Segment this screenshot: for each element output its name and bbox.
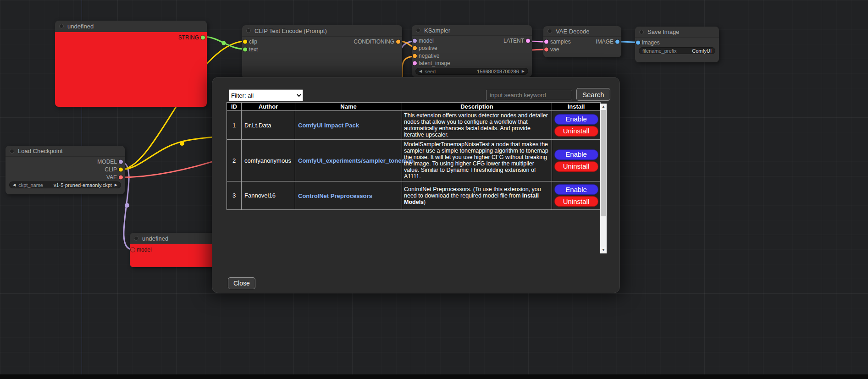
link-wire-string [203, 37, 244, 49]
uninstall-button[interactable]: Uninstall [554, 161, 598, 172]
extension-id: 2 [227, 140, 242, 181]
search-button[interactable]: Search [576, 88, 610, 101]
extension-id: 1 [227, 111, 242, 140]
scroll-up-icon[interactable]: ▲ [600, 104, 607, 110]
extension-author: Fannovel16 [242, 181, 295, 210]
scrollbar-thumb[interactable] [601, 110, 606, 216]
node-load-checkpoint[interactable]: Load Checkpoint MODEL CLIP VAE ◀ ckpt_na… [6, 146, 125, 194]
extension-description: This extension offers various detector n… [402, 111, 552, 140]
output-slot-label: LATENT [503, 38, 524, 44]
link-midpoint-dot[interactable] [222, 41, 226, 45]
link-midpoint-dot[interactable] [180, 141, 184, 146]
decrement-arrow-icon[interactable]: ◀ [13, 181, 16, 188]
node-title-label: KSampler [424, 27, 450, 34]
widget-value: 156680208700286 [477, 69, 519, 74]
widget-name: filename_prefix [642, 48, 677, 54]
node-title-bar[interactable]: undefined [55, 21, 207, 32]
node-title-bar[interactable]: Save Image [635, 27, 719, 38]
link-midpoint-dot[interactable] [125, 203, 129, 208]
collapse-dot[interactable] [639, 30, 644, 34]
output-slot-label: MODEL [97, 159, 117, 165]
collapse-dot[interactable] [134, 236, 138, 241]
widget-name: ckpt_name [18, 182, 43, 188]
output-slot-latent[interactable] [526, 38, 530, 43]
node-title-label: undefined [142, 235, 168, 242]
output-slot-label: CLIP [105, 166, 117, 173]
collapse-dot[interactable] [59, 24, 64, 28]
extension-row: 3Fannovel16ControlNet PreprocessorsContr… [227, 181, 601, 210]
node-title-label: CLIP Text Encode (Prompt) [254, 27, 327, 34]
output-slot-clip[interactable] [119, 167, 123, 171]
input-slot-negative[interactable] [413, 54, 417, 58]
output-slot-model[interactable] [119, 159, 123, 164]
column-header-description: Description [402, 103, 552, 111]
input-slot-images[interactable] [636, 40, 640, 44]
extension-description: ControlNet Preprocessors. (To use this e… [402, 181, 552, 210]
filter-select[interactable]: Filter: all [229, 89, 303, 101]
uninstall-button[interactable]: Uninstall [554, 196, 598, 207]
input-slot-label: positive [419, 45, 437, 51]
output-slot-label: IMAGE [596, 38, 614, 45]
filename-prefix-widget[interactable]: filename_prefix ComfyUI [639, 47, 715, 54]
uninstall-button[interactable]: Uninstall [554, 126, 598, 137]
widget-name: seed [425, 69, 436, 74]
extension-description: ModelSamplerTonemapNoiseTest a node that… [402, 140, 552, 181]
decrement-arrow-icon[interactable]: ◀ [419, 68, 422, 75]
close-button[interactable]: Close [228, 277, 255, 289]
description-text: This extension offers various detector n… [404, 112, 548, 138]
node-body: samples vae IMAGE [543, 37, 621, 57]
extension-link[interactable]: ComfyUI_experiments/sampler_tonemap [298, 157, 414, 164]
enable-button[interactable]: Enable [554, 114, 598, 125]
node-title-bar[interactable]: KSampler [412, 25, 532, 36]
input-slot-label: vae [550, 46, 559, 53]
node-vae-decode[interactable]: VAE Decode samples vae IMAGE [543, 26, 621, 57]
input-slot-model[interactable] [131, 247, 135, 252]
input-slot-label: latent_image [419, 60, 450, 66]
extension-link[interactable]: ControlNet Preprocessors [298, 192, 372, 199]
table-header-row: IDAuthorNameDescriptionInstall [227, 103, 601, 111]
search-input[interactable] [486, 90, 572, 100]
enable-button[interactable]: Enable [554, 184, 598, 195]
table-scrollbar[interactable]: ▲ ▼ [600, 104, 607, 253]
input-slot-label: negative [419, 53, 439, 59]
increment-arrow-icon[interactable]: ▶ [115, 181, 117, 188]
node-title-bar[interactable]: CLIP Text Encode (Prompt) [242, 25, 402, 37]
node-body: MODEL CLIP VAE ◀ ckpt_name v1-5-pruned-e… [6, 157, 125, 194]
output-slot-string[interactable] [201, 35, 205, 39]
extension-author: comfyanonymous [242, 140, 295, 181]
collapse-dot[interactable] [416, 28, 420, 33]
input-slot-positive[interactable] [413, 46, 417, 50]
node-save-image[interactable]: Save Image images filename_prefix ComfyU… [635, 27, 719, 62]
collapse-dot[interactable] [547, 29, 552, 33]
output-slot-vae[interactable] [119, 175, 123, 179]
increment-arrow-icon[interactable]: ▶ [522, 68, 525, 75]
extension-id: 3 [227, 181, 242, 210]
node-title-bar[interactable]: Load Checkpoint [6, 146, 125, 157]
output-slot-label: STRING [178, 34, 199, 41]
node-undefined-top[interactable]: undefined STRING [55, 21, 207, 107]
extension-link[interactable]: ComfyUI Impact Pack [298, 122, 359, 129]
output-slot-image[interactable] [615, 39, 619, 44]
extension-install-cell: EnableUninstall [552, 111, 601, 140]
scroll-down-icon[interactable]: ▼ [600, 247, 607, 253]
input-slot-vae[interactable] [544, 47, 548, 51]
extension-name-cell: ComfyUI_experiments/sampler_tonemap [295, 140, 402, 181]
node-ksampler[interactable]: KSampler model positive negative latent_… [412, 25, 532, 77]
input-slot-text[interactable] [243, 47, 247, 51]
collapse-dot[interactable] [246, 28, 251, 33]
enable-button[interactable]: Enable [554, 149, 598, 160]
input-slot-latent-image[interactable] [413, 61, 417, 66]
window-bottom-bar [0, 374, 868, 379]
node-title-bar[interactable]: VAE Decode [543, 26, 621, 37]
output-slot-label: CONDITIONING [354, 38, 394, 45]
column-header-id: ID [227, 103, 242, 111]
output-slot-conditioning[interactable] [396, 39, 400, 44]
node-body: model positive negative latent_image LAT… [412, 36, 532, 77]
collapse-dot[interactable] [10, 149, 14, 154]
widget-value: v1-5-pruned-emaonly.ckpt [54, 182, 112, 188]
description-text: ControlNet Preprocessors. (To use this e… [404, 186, 541, 199]
seed-widget[interactable]: ◀ seed 156680208700286 ▶ [415, 68, 528, 75]
ckpt-name-widget[interactable]: ◀ ckpt_name v1-5-pruned-emaonly.ckpt ▶ [9, 181, 121, 188]
node-clip-text-encode[interactable]: CLIP Text Encode (Prompt) clip text COND… [242, 25, 402, 79]
node-title-label: Save Image [647, 28, 679, 35]
